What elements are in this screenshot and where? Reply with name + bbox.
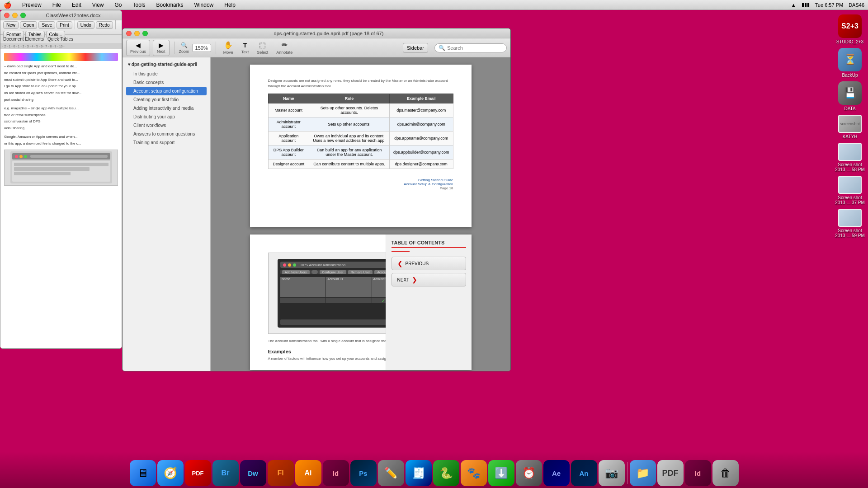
- prev-arrow-icon: ❮: [397, 260, 403, 267]
- username: DAS46: [849, 2, 864, 8]
- screenshot1-label: Screen shot 2013-....58 PM: [834, 162, 866, 172]
- dock-illustrator[interactable]: Ai: [295, 460, 321, 486]
- menu-bookmarks[interactable]: Bookmarks: [155, 1, 185, 9]
- nav-item-training[interactable]: Training and support: [126, 138, 207, 147]
- pdf-nav-panel[interactable]: ▾ dps-getting-started-guide-april In thi…: [123, 57, 211, 371]
- menu-preview[interactable]: Preview: [20, 1, 43, 9]
- dock-dropzone[interactable]: ⬇️: [488, 460, 514, 486]
- menu-go[interactable]: Go: [113, 1, 124, 9]
- dock-indesign[interactable]: Id: [323, 460, 349, 486]
- account-email-cell: dps.appname@company.com: [389, 131, 453, 145]
- backup-icon[interactable]: ⏳ BackUp: [834, 48, 866, 78]
- preview-line-6: port social sharing: [4, 97, 118, 103]
- nav-item-account[interactable]: Account setup and configuration: [126, 87, 207, 95]
- dock-finder[interactable]: 🖥: [130, 460, 156, 486]
- zoom-level[interactable]: 150%: [192, 44, 211, 52]
- doc-elements-tab[interactable]: Document Elements: [3, 37, 44, 42]
- dock-indesign2[interactable]: Id: [685, 460, 711, 486]
- screenshot3-icon[interactable]: Screen shot 2013-....59 PM: [834, 209, 866, 238]
- previous-button[interactable]: ◀ Previous: [126, 40, 150, 56]
- dock-photoshop[interactable]: Ps: [350, 460, 377, 486]
- screenshot2-label: Screen shot 2013-....37 PM: [834, 195, 866, 205]
- dock-folder[interactable]: 📁: [630, 460, 656, 486]
- menu-edit[interactable]: Edit: [70, 1, 83, 9]
- dock-dreamweaver[interactable]: Dw: [240, 460, 266, 486]
- dock-animate[interactable]: An: [571, 460, 597, 486]
- preview-content[interactable]: – download single App and don't need to …: [0, 49, 122, 349]
- next-toc-label: NEXT: [397, 277, 410, 282]
- menu-tools[interactable]: Tools: [131, 1, 147, 9]
- data-label: DATA: [844, 106, 855, 111]
- close-button[interactable]: [4, 13, 9, 18]
- preview-line-5: os are stored on Apple's server, no fee …: [4, 90, 118, 96]
- nav-item-answers[interactable]: Answers to common questions: [126, 130, 207, 138]
- nav-item-first-folio[interactable]: Creating your first folio: [126, 95, 207, 104]
- screenshot1-icon[interactable]: Screen shot 2013-....58 PM: [834, 143, 866, 172]
- data-icon[interactable]: 💾 DATA: [834, 81, 866, 111]
- print-btn[interactable]: Print: [57, 21, 72, 29]
- accounts-table: Name Role Example Email Master accountSe…: [268, 94, 453, 169]
- select-tool[interactable]: ⬚ Select: [254, 40, 271, 56]
- dock-snake[interactable]: 🐍: [433, 460, 459, 486]
- pdf-min-btn[interactable]: [134, 31, 140, 36]
- nav-item-distributing[interactable]: Distributing your app: [126, 113, 207, 121]
- nav-item-in-guide[interactable]: In this guide: [126, 70, 207, 78]
- quick-tables-tab[interactable]: Quick Tables: [47, 37, 73, 42]
- dock-aftereffects[interactable]: Ae: [543, 460, 570, 486]
- apple-menu[interactable]: 🍎: [4, 1, 11, 9]
- nav-item-client[interactable]: Client workflows: [126, 121, 207, 130]
- dock-paw[interactable]: 🐾: [461, 460, 487, 486]
- nav-item-interactivity[interactable]: Adding interactivity and media: [126, 104, 207, 113]
- undo-btn[interactable]: Undo: [77, 21, 94, 29]
- dock-pdf-viewer[interactable]: PDF: [657, 460, 684, 486]
- account-email-cell: dps.admin@company.com: [389, 117, 453, 131]
- search-input[interactable]: [447, 45, 501, 51]
- dock-pencil[interactable]: ✏️: [378, 460, 404, 486]
- katyh-label: KATYH: [843, 134, 858, 139]
- menu-view[interactable]: View: [90, 1, 106, 9]
- footer-section: Account Setup & Configuration: [268, 182, 453, 186]
- menu-help[interactable]: Help: [222, 1, 237, 9]
- dock-flash[interactable]: Fl: [268, 460, 294, 486]
- nav-item-basic[interactable]: Basic concepts: [126, 78, 207, 87]
- new-btn[interactable]: New: [3, 21, 19, 29]
- dock-acrobat[interactable]: PDF: [185, 460, 211, 486]
- table-row: Administrator accountSets up other accou…: [268, 117, 453, 131]
- text-tool[interactable]: T Text: [239, 41, 252, 55]
- pdf-close-btn[interactable]: [126, 31, 132, 36]
- dock-safari[interactable]: 🧭: [157, 460, 184, 486]
- dock-photos[interactable]: 📷: [599, 460, 625, 486]
- next-toc-btn[interactable]: NEXT ❯: [392, 273, 466, 286]
- menu-file[interactable]: File: [51, 1, 63, 9]
- minimize-button[interactable]: [12, 13, 18, 18]
- screenshot2-icon[interactable]: Screen shot 2013-....37 PM: [834, 176, 866, 205]
- move-tool[interactable]: ✋ Move: [221, 40, 236, 56]
- maximize-button[interactable]: [20, 13, 26, 18]
- dock-bridge[interactable]: Br: [212, 460, 239, 486]
- save-btn[interactable]: Save: [38, 21, 55, 29]
- page18-intro: Designer accounts are not assigned any r…: [268, 78, 453, 89]
- katyh-icon[interactable]: screenshot KATYH: [834, 115, 866, 139]
- footer-guide: Getting Started Guide: [268, 178, 453, 182]
- preview-window[interactable]: ClassWeek12notes.docx New Open Save Prin…: [0, 10, 122, 349]
- annotate-tool[interactable]: ✏ Annotate: [274, 40, 295, 56]
- pdf-max-btn[interactable]: [142, 31, 148, 36]
- account-role-cell: Sets up other accounts.: [309, 117, 389, 131]
- studio-icon[interactable]: S2+3 STUDIO_2+3: [834, 14, 866, 44]
- pdf-title: dps-getting-started-guide-april.pdf (pag…: [151, 31, 507, 36]
- pdf-search-box[interactable]: 🔍: [434, 43, 507, 52]
- previous-toc-btn[interactable]: ❮ PREVIOUS: [392, 257, 466, 270]
- redo-btn[interactable]: Redo: [96, 21, 113, 29]
- next-button[interactable]: ▶ Next: [153, 40, 170, 56]
- dock-trash[interactable]: 🗑: [712, 460, 739, 486]
- dock-timemachine[interactable]: ⏰: [516, 460, 542, 486]
- open-btn[interactable]: Open: [20, 21, 37, 29]
- pdf-page-18: Designer accounts are not assigned any r…: [250, 65, 472, 227]
- zoom-control[interactable]: 🔍 Zoom: [179, 42, 189, 54]
- pdf-window[interactable]: dps-getting-started-guide-april.pdf (pag…: [122, 28, 511, 371]
- menu-window[interactable]: Window: [193, 1, 216, 9]
- pdf-page-19: DPS Account Administration Add New Users: [250, 235, 472, 370]
- pdf-pages[interactable]: Designer accounts are not assigned any r…: [211, 57, 510, 371]
- dock-billings[interactable]: 🧾: [406, 460, 432, 486]
- sidebar-button[interactable]: Sidebar: [403, 43, 428, 53]
